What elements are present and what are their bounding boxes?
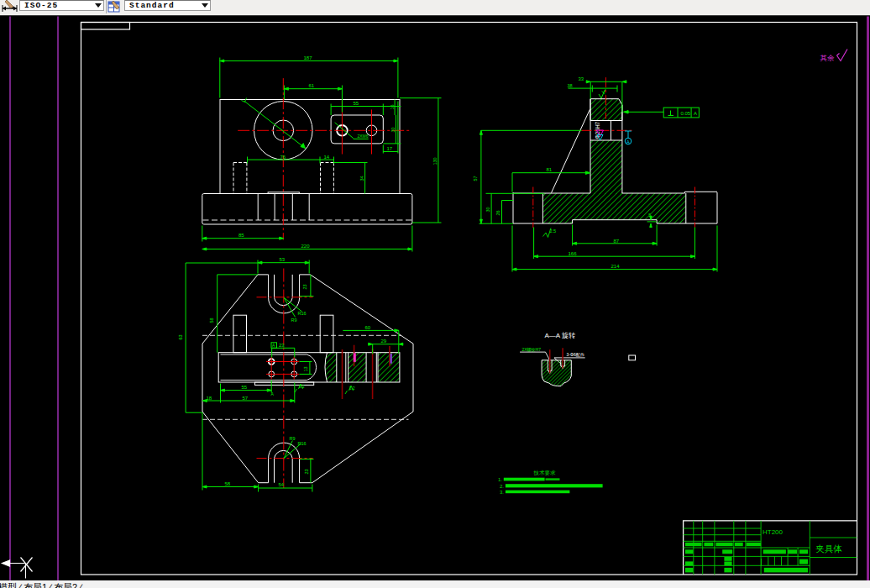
svg-text:55: 55: [354, 101, 359, 106]
svg-text:其余: 其余: [820, 54, 836, 62]
svg-text:3-Φ6配作: 3-Φ6配作: [567, 352, 585, 358]
svg-text:R9: R9: [291, 318, 297, 323]
svg-text:23: 23: [304, 469, 309, 474]
svg-text:18: 18: [207, 396, 212, 401]
svg-text:61: 61: [309, 83, 315, 88]
svg-text:A: A: [694, 111, 697, 116]
svg-text:A: A: [271, 391, 275, 396]
svg-text:3.2: 3.2: [349, 386, 355, 391]
svg-text:63: 63: [178, 334, 183, 339]
svg-text:166: 166: [569, 251, 578, 256]
svg-text:2.5: 2.5: [550, 228, 557, 234]
svg-text:57: 57: [243, 396, 249, 401]
svg-text:57: 57: [473, 176, 478, 181]
svg-text:30: 30: [390, 127, 396, 132]
svg-text:23: 23: [279, 343, 285, 348]
svg-text:130: 130: [432, 157, 438, 165]
svg-text:2XM6: 2XM6: [358, 134, 369, 139]
svg-text:23: 23: [302, 284, 307, 289]
svg-text:85: 85: [238, 233, 244, 238]
svg-text:60: 60: [365, 325, 371, 330]
svg-text:55: 55: [242, 385, 248, 390]
svg-text:38: 38: [568, 83, 573, 88]
svg-text:33: 33: [579, 76, 584, 81]
svg-text:R16: R16: [298, 311, 307, 316]
svg-text:1.: 1.: [498, 477, 502, 482]
svg-text:3.2: 3.2: [299, 384, 305, 389]
svg-text:76: 76: [280, 155, 286, 160]
svg-text:14: 14: [324, 155, 330, 160]
svg-text:5: 5: [648, 213, 651, 218]
svg-text:16: 16: [390, 104, 395, 109]
svg-text:2.: 2.: [500, 484, 504, 489]
svg-text:214: 214: [611, 264, 621, 269]
svg-text:34: 34: [359, 176, 364, 181]
svg-text:26: 26: [495, 210, 501, 215]
svg-text:HT200: HT200: [763, 528, 784, 536]
svg-text:81: 81: [547, 167, 553, 172]
svg-text:53: 53: [280, 257, 286, 262]
svg-text:A—A 旋转: A—A 旋转: [545, 332, 575, 339]
svg-text:R16: R16: [298, 441, 307, 446]
svg-text:夹具体: 夹具体: [816, 543, 843, 554]
svg-text:A: A: [272, 343, 275, 348]
svg-text:3.: 3.: [500, 490, 504, 495]
svg-text:58: 58: [225, 481, 231, 486]
svg-text:29: 29: [381, 339, 387, 344]
svg-text:技术要求: 技术要求: [533, 470, 557, 476]
svg-text:30: 30: [485, 207, 490, 212]
svg-text:187: 187: [304, 55, 313, 60]
svg-text:58: 58: [209, 318, 214, 323]
svg-text:R9: R9: [290, 436, 296, 441]
svg-text:17: 17: [387, 146, 393, 151]
svg-text:2X螺纹H7: 2X螺纹H7: [522, 347, 542, 352]
svg-text:13: 13: [303, 366, 308, 371]
svg-text:0.05: 0.05: [681, 111, 691, 116]
svg-text:220: 220: [301, 244, 311, 249]
svg-text:54: 54: [279, 482, 285, 487]
svg-text:A: A: [626, 139, 630, 144]
svg-text:87: 87: [614, 239, 620, 244]
